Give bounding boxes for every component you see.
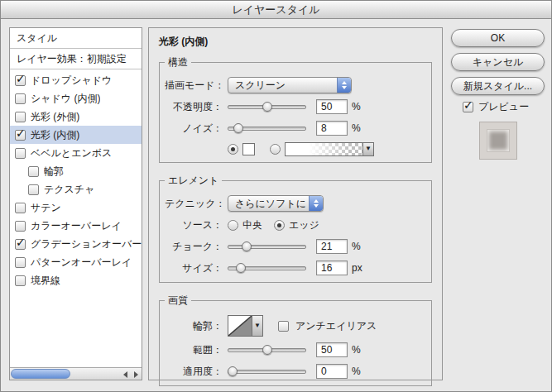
structure-legend: 構造 (165, 55, 191, 69)
style-list-item[interactable]: 光彩 (外側) (10, 108, 142, 126)
source-row: ソース： 中央 エッジ (165, 214, 426, 236)
blend-mode-select[interactable]: スクリーン (228, 77, 352, 93)
scroll-right-arrow-icon[interactable] (134, 371, 138, 378)
style-list-item[interactable]: パターンオーバーレイ (10, 253, 142, 271)
contour-picker-button[interactable]: ▼ (252, 315, 263, 337)
style-item-label: 境界線 (31, 274, 60, 288)
popup-arrows-icon (337, 78, 351, 93)
style-list-item[interactable]: シャドウ (内側) (10, 89, 142, 108)
style-item-checkbox[interactable] (15, 257, 26, 268)
scrollbar-thumb[interactable] (11, 369, 70, 379)
preview-toggle[interactable]: プレビュー (463, 100, 529, 114)
style-item-checkbox[interactable] (15, 275, 26, 286)
popup-arrows-icon (309, 196, 323, 211)
contour-thumbnail[interactable] (228, 315, 252, 337)
preview-checkbox[interactable] (463, 102, 473, 112)
size-row: サイズ： 16 px (165, 257, 426, 279)
size-unit: px (352, 262, 370, 274)
panel-title: 光彩 (内側) (159, 35, 432, 49)
technique-select[interactable]: さらにソフトに (228, 195, 324, 212)
styles-panel: スタイル レイヤー効果：初期設定 ドロップシャドウシャドウ (内側)光彩 (外側… (9, 27, 142, 380)
style-item-label: サテン (31, 201, 61, 215)
styles-header-item[interactable]: スタイル (10, 28, 142, 49)
source-center-radio[interactable] (228, 220, 238, 231)
style-list-item[interactable]: グラデーションオーバーレイ (10, 235, 142, 253)
jitter-label: 適用度： (165, 365, 223, 379)
style-item-label: 光彩 (内側) (31, 128, 79, 142)
jitter-slider[interactable] (228, 366, 306, 377)
window-titlebar[interactable]: レイヤースタイル (1, 1, 551, 19)
antialias-checkbox[interactable] (278, 321, 289, 332)
source-edge-radio[interactable] (274, 220, 285, 231)
style-item-checkbox[interactable] (15, 239, 26, 250)
noise-input[interactable]: 8 (316, 121, 348, 136)
style-list-item[interactable]: カラーオーバーレイ (10, 217, 142, 235)
glow-gradient-radio[interactable] (270, 144, 281, 155)
new-style-button[interactable]: 新規スタイル... (451, 77, 545, 95)
style-item-label: シャドウ (内側) (31, 92, 100, 106)
glow-color-swatch[interactable] (242, 143, 255, 155)
quality-group: 画質 輪郭： ▼ アンチエイリアス 範囲： 50 % (159, 294, 432, 386)
style-item-checkbox[interactable] (15, 203, 26, 213)
style-list: ドロップシャドウシャドウ (内側)光彩 (外側)光彩 (内側)ベベルとエンボス輪… (10, 71, 142, 367)
gradient-picker-button[interactable]: ▼ (363, 142, 374, 156)
choke-row: チョーク： 21 % (165, 236, 426, 257)
elements-legend: エレメント (165, 174, 222, 188)
slider-track (228, 245, 306, 249)
style-list-item[interactable]: ベベルとエンボス (10, 144, 142, 162)
ok-button[interactable]: OK (451, 29, 545, 47)
style-item-checkbox[interactable] (15, 148, 26, 159)
style-list-item[interactable]: 境界線 (10, 271, 142, 289)
style-item-checkbox[interactable] (28, 166, 39, 177)
style-item-label: テクスチャ (44, 183, 94, 197)
opacity-input[interactable]: 50 (316, 99, 348, 114)
style-item-label: パターンオーバーレイ (31, 256, 132, 270)
slider-thumb[interactable] (233, 123, 243, 133)
style-item-checkbox[interactable] (15, 112, 26, 122)
style-list-item[interactable]: 光彩 (内側) (10, 126, 142, 144)
choke-slider[interactable] (228, 241, 306, 252)
style-item-label: 光彩 (外側) (31, 110, 79, 124)
window-title: レイヤースタイル (232, 2, 319, 17)
jitter-input[interactable]: 0 (316, 364, 348, 379)
scroll-left-arrow-icon[interactable] (123, 371, 127, 378)
style-list-item[interactable]: サテン (10, 198, 142, 217)
jitter-row: 適用度： 0 % (165, 361, 426, 382)
glow-solid-color-radio[interactable] (228, 144, 238, 155)
slider-thumb[interactable] (242, 241, 252, 251)
slider-thumb[interactable] (236, 263, 246, 273)
elements-group: エレメント テクニック： さらにソフトに ソース： 中央 エッジ チョーク： 2… (159, 174, 432, 283)
style-item-checkbox[interactable] (15, 221, 26, 232)
gradient-preview[interactable] (285, 142, 363, 156)
style-item-label: カラーオーバーレイ (31, 219, 122, 233)
range-input[interactable]: 50 (316, 342, 348, 357)
blending-defaults-item[interactable]: レイヤー効果：初期設定 (10, 49, 142, 69)
slider-thumb[interactable] (262, 102, 272, 112)
inner-glow-panel: 光彩 (内側) 構造 描画モード： スクリーン 不透明度： 50 % ノイズ： (148, 27, 443, 380)
noise-label: ノイズ： (165, 122, 223, 136)
glow-color-row: ▼ (165, 139, 426, 159)
down-arrow-icon: ▼ (365, 146, 372, 152)
source-center-label: 中央 (242, 218, 262, 232)
opacity-slider[interactable] (228, 102, 306, 112)
slider-thumb[interactable] (262, 345, 272, 355)
style-item-checkbox[interactable] (15, 75, 26, 86)
slider-thumb[interactable] (228, 366, 238, 376)
noise-unit: % (352, 122, 370, 134)
range-slider[interactable] (228, 345, 306, 356)
cancel-button[interactable]: キャンセル (451, 53, 545, 71)
horizontal-scrollbar[interactable] (10, 367, 142, 380)
style-item-checkbox[interactable] (28, 184, 39, 195)
style-list-item[interactable]: ドロップシャドウ (10, 71, 142, 89)
noise-slider[interactable] (228, 123, 306, 134)
size-input[interactable]: 16 (316, 261, 348, 275)
size-slider[interactable] (228, 263, 306, 274)
quality-legend: 画質 (165, 294, 191, 308)
preview-thumbnail (479, 122, 517, 160)
style-item-checkbox[interactable] (15, 130, 26, 141)
down-arrow-icon: ▼ (254, 323, 261, 329)
style-list-item[interactable]: 輪郭 (10, 162, 142, 180)
choke-input[interactable]: 21 (316, 239, 348, 254)
style-list-item[interactable]: テクスチャ (10, 180, 142, 198)
style-item-checkbox[interactable] (15, 93, 26, 104)
